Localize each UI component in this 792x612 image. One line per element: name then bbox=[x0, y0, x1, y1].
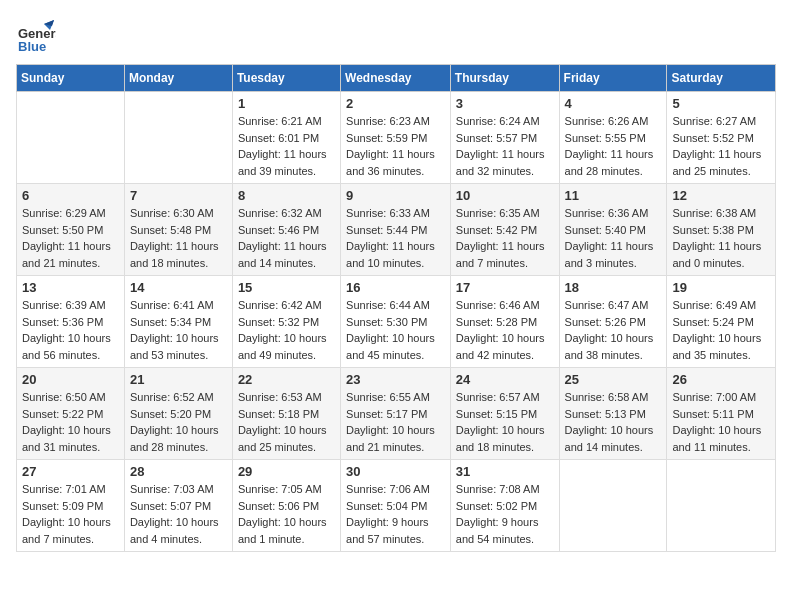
day-number: 10 bbox=[456, 188, 554, 203]
cell-line: Sunset: 5:42 PM bbox=[456, 222, 554, 239]
calendar-cell: 12Sunrise: 6:38 AMSunset: 5:38 PMDayligh… bbox=[667, 184, 776, 276]
calendar-week-row: 27Sunrise: 7:01 AMSunset: 5:09 PMDayligh… bbox=[17, 460, 776, 552]
calendar-week-row: 20Sunrise: 6:50 AMSunset: 5:22 PMDayligh… bbox=[17, 368, 776, 460]
weekday-header: Saturday bbox=[667, 65, 776, 92]
cell-line: Daylight: 10 hours bbox=[346, 330, 445, 347]
calendar-cell bbox=[667, 460, 776, 552]
cell-line: Sunset: 5:26 PM bbox=[565, 314, 662, 331]
day-number: 26 bbox=[672, 372, 770, 387]
day-number: 17 bbox=[456, 280, 554, 295]
cell-line: Sunrise: 6:38 AM bbox=[672, 205, 770, 222]
calendar-cell: 26Sunrise: 7:00 AMSunset: 5:11 PMDayligh… bbox=[667, 368, 776, 460]
cell-line: Daylight: 11 hours bbox=[456, 146, 554, 163]
calendar-body: 1Sunrise: 6:21 AMSunset: 6:01 PMDaylight… bbox=[17, 92, 776, 552]
calendar-cell: 20Sunrise: 6:50 AMSunset: 5:22 PMDayligh… bbox=[17, 368, 125, 460]
cell-line: Sunset: 5:13 PM bbox=[565, 406, 662, 423]
cell-line: Daylight: 10 hours bbox=[130, 514, 227, 531]
cell-line: and 49 minutes. bbox=[238, 347, 335, 364]
cell-line: and 35 minutes. bbox=[672, 347, 770, 364]
cell-line: Sunset: 5:24 PM bbox=[672, 314, 770, 331]
calendar-cell: 22Sunrise: 6:53 AMSunset: 5:18 PMDayligh… bbox=[232, 368, 340, 460]
weekday-header: Monday bbox=[124, 65, 232, 92]
day-number: 31 bbox=[456, 464, 554, 479]
calendar-cell: 27Sunrise: 7:01 AMSunset: 5:09 PMDayligh… bbox=[17, 460, 125, 552]
calendar-cell: 23Sunrise: 6:55 AMSunset: 5:17 PMDayligh… bbox=[341, 368, 451, 460]
day-number: 3 bbox=[456, 96, 554, 111]
cell-line: Daylight: 10 hours bbox=[130, 422, 227, 439]
day-number: 7 bbox=[130, 188, 227, 203]
cell-line: Sunrise: 6:27 AM bbox=[672, 113, 770, 130]
day-number: 8 bbox=[238, 188, 335, 203]
day-number: 19 bbox=[672, 280, 770, 295]
cell-line: Sunset: 6:01 PM bbox=[238, 130, 335, 147]
cell-line: Sunrise: 7:06 AM bbox=[346, 481, 445, 498]
cell-line: Sunset: 5:40 PM bbox=[565, 222, 662, 239]
cell-line: Sunrise: 6:52 AM bbox=[130, 389, 227, 406]
day-number: 16 bbox=[346, 280, 445, 295]
cell-line: and 0 minutes. bbox=[672, 255, 770, 272]
header: General Blue bbox=[16, 16, 776, 56]
day-number: 24 bbox=[456, 372, 554, 387]
calendar-table: SundayMondayTuesdayWednesdayThursdayFrid… bbox=[16, 64, 776, 552]
weekday-header: Sunday bbox=[17, 65, 125, 92]
cell-line: Daylight: 9 hours bbox=[346, 514, 445, 531]
cell-line: Sunset: 5:50 PM bbox=[22, 222, 119, 239]
cell-line: Daylight: 11 hours bbox=[22, 238, 119, 255]
day-number: 28 bbox=[130, 464, 227, 479]
day-number: 1 bbox=[238, 96, 335, 111]
cell-line: and 1 minute. bbox=[238, 531, 335, 548]
cell-line: Sunset: 5:20 PM bbox=[130, 406, 227, 423]
cell-line: Daylight: 11 hours bbox=[238, 238, 335, 255]
cell-line: Sunset: 5:32 PM bbox=[238, 314, 335, 331]
cell-line: Daylight: 10 hours bbox=[22, 514, 119, 531]
cell-line: Sunrise: 6:24 AM bbox=[456, 113, 554, 130]
day-number: 29 bbox=[238, 464, 335, 479]
cell-line: Daylight: 11 hours bbox=[130, 238, 227, 255]
cell-line: and 18 minutes. bbox=[130, 255, 227, 272]
calendar-cell: 15Sunrise: 6:42 AMSunset: 5:32 PMDayligh… bbox=[232, 276, 340, 368]
cell-line: and 14 minutes. bbox=[565, 439, 662, 456]
cell-line: Sunrise: 7:01 AM bbox=[22, 481, 119, 498]
cell-line: Sunset: 5:04 PM bbox=[346, 498, 445, 515]
cell-line: Daylight: 10 hours bbox=[672, 330, 770, 347]
cell-line: Sunrise: 6:32 AM bbox=[238, 205, 335, 222]
cell-line: Sunset: 5:46 PM bbox=[238, 222, 335, 239]
calendar-cell: 19Sunrise: 6:49 AMSunset: 5:24 PMDayligh… bbox=[667, 276, 776, 368]
day-number: 23 bbox=[346, 372, 445, 387]
calendar-cell: 4Sunrise: 6:26 AMSunset: 5:55 PMDaylight… bbox=[559, 92, 667, 184]
logo: General Blue bbox=[16, 16, 56, 56]
cell-line: Sunset: 5:09 PM bbox=[22, 498, 119, 515]
cell-line: Sunrise: 6:50 AM bbox=[22, 389, 119, 406]
cell-line: and 36 minutes. bbox=[346, 163, 445, 180]
cell-line: Sunset: 5:11 PM bbox=[672, 406, 770, 423]
calendar-cell: 1Sunrise: 6:21 AMSunset: 6:01 PMDaylight… bbox=[232, 92, 340, 184]
cell-line: Sunrise: 7:03 AM bbox=[130, 481, 227, 498]
cell-line: Daylight: 11 hours bbox=[346, 146, 445, 163]
cell-line: and 54 minutes. bbox=[456, 531, 554, 548]
day-number: 6 bbox=[22, 188, 119, 203]
cell-line: and 28 minutes. bbox=[565, 163, 662, 180]
cell-line: and 25 minutes. bbox=[672, 163, 770, 180]
cell-line: Daylight: 11 hours bbox=[238, 146, 335, 163]
cell-line: Sunset: 5:15 PM bbox=[456, 406, 554, 423]
cell-line: Sunrise: 6:36 AM bbox=[565, 205, 662, 222]
cell-line: Sunset: 5:55 PM bbox=[565, 130, 662, 147]
weekday-header: Friday bbox=[559, 65, 667, 92]
calendar-cell: 7Sunrise: 6:30 AMSunset: 5:48 PMDaylight… bbox=[124, 184, 232, 276]
cell-line: Daylight: 10 hours bbox=[238, 422, 335, 439]
cell-line: and 56 minutes. bbox=[22, 347, 119, 364]
cell-line: and 53 minutes. bbox=[130, 347, 227, 364]
calendar-cell: 14Sunrise: 6:41 AMSunset: 5:34 PMDayligh… bbox=[124, 276, 232, 368]
calendar-cell: 11Sunrise: 6:36 AMSunset: 5:40 PMDayligh… bbox=[559, 184, 667, 276]
calendar-cell: 21Sunrise: 6:52 AMSunset: 5:20 PMDayligh… bbox=[124, 368, 232, 460]
cell-line: Sunset: 5:28 PM bbox=[456, 314, 554, 331]
cell-line: Sunset: 5:22 PM bbox=[22, 406, 119, 423]
calendar-cell: 5Sunrise: 6:27 AMSunset: 5:52 PMDaylight… bbox=[667, 92, 776, 184]
cell-line: Sunrise: 6:23 AM bbox=[346, 113, 445, 130]
cell-line: Sunrise: 6:44 AM bbox=[346, 297, 445, 314]
calendar-cell: 18Sunrise: 6:47 AMSunset: 5:26 PMDayligh… bbox=[559, 276, 667, 368]
cell-line: and 7 minutes. bbox=[22, 531, 119, 548]
cell-line: Daylight: 10 hours bbox=[672, 422, 770, 439]
day-number: 11 bbox=[565, 188, 662, 203]
cell-line: Sunrise: 6:21 AM bbox=[238, 113, 335, 130]
